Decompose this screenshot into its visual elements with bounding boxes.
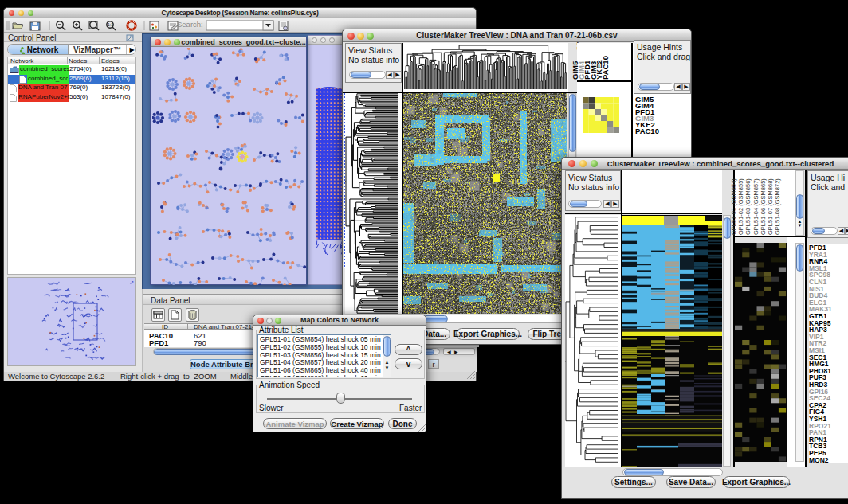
- svg-text:1:1: 1:1: [108, 22, 113, 27]
- svg-text:Search:: Search:: [177, 20, 203, 29]
